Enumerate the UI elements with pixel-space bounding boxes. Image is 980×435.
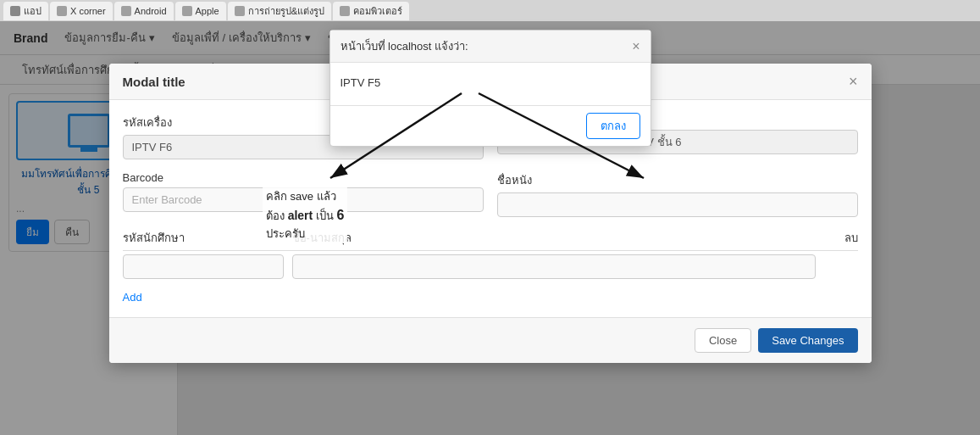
page-background: Brand ข้อมูลการยืม-คืน ▾ ข้อมูลเพื่ที่ /… — [0, 21, 980, 435]
tab-photo[interactable]: การถ่ายรูป&แต่งรูป — [228, 2, 331, 20]
folder-icon — [235, 6, 245, 16]
alert-dialog: หน้าเว็บที่ localhost แจ้งว่า: × IPTV F5… — [329, 30, 651, 147]
tab-app[interactable]: แอป — [3, 2, 48, 20]
tab-android[interactable]: Android — [114, 2, 174, 20]
tab-computer[interactable]: คอมพิวเตอร์ — [333, 2, 409, 20]
folder-icon — [57, 6, 67, 16]
alert-footer: ตกลง — [330, 105, 651, 146]
alert-header: หน้าเว็บที่ localhost แจ้งว่า: × — [330, 31, 651, 63]
folder-icon — [182, 6, 192, 16]
app-icon — [10, 6, 20, 16]
alert-message: IPTV F5 — [341, 76, 381, 89]
tab-apple[interactable]: Apple — [175, 2, 226, 20]
alert-close-button[interactable]: × — [632, 39, 639, 54]
alert-title: หน้าเว็บที่ localhost แจ้งว่า: — [341, 37, 468, 55]
browser-tab-bar: แอป X corner Android Apple การถ่ายรูป&แต… — [0, 0, 980, 21]
alert-overlay: หน้าเว็บที่ localhost แจ้งว่า: × IPTV F5… — [0, 21, 980, 435]
tab-xcorner[interactable]: X corner — [50, 2, 113, 20]
folder-icon — [121, 6, 131, 16]
alert-body: IPTV F5 — [330, 63, 651, 105]
alert-ok-button[interactable]: ตกลง — [586, 113, 640, 139]
folder-icon — [340, 6, 350, 16]
